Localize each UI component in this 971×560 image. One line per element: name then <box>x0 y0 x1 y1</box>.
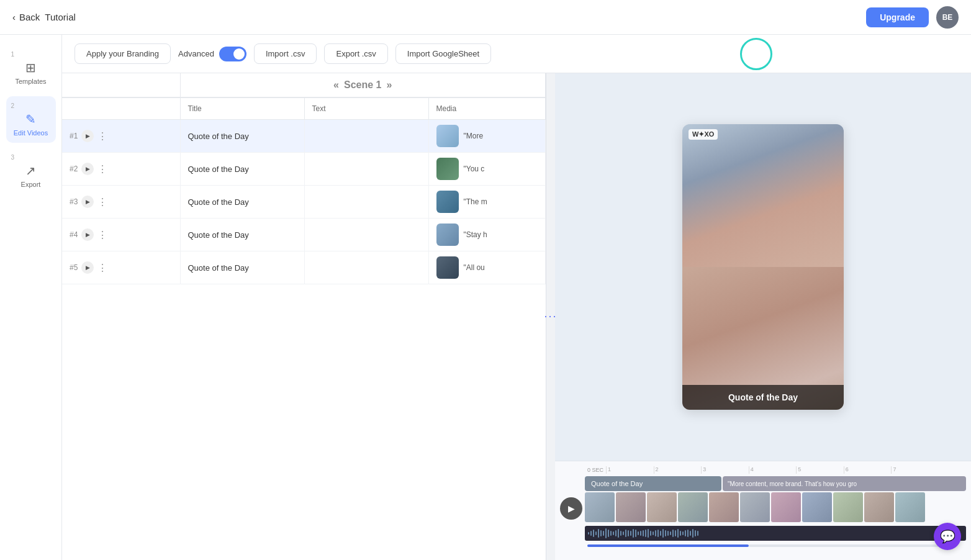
edit-videos-icon: ✎ <box>25 112 36 127</box>
filmstrip-frame <box>647 492 677 522</box>
row-title-cell: Quote of the Day <box>180 186 304 219</box>
cursor-ring-indicator <box>740 38 772 70</box>
clip-title: Quote of the Day <box>585 476 721 491</box>
video-caption: Quote of the Day <box>682 385 844 410</box>
waveform-bar <box>628 530 629 536</box>
filmstrip-frame <box>802 492 832 522</box>
ruler-tick: 5 <box>796 466 844 474</box>
row-play-button[interactable]: ▶ <box>81 228 94 241</box>
row-text-cell <box>304 120 428 153</box>
row-play-button[interactable]: ▶ <box>81 163 94 175</box>
row-play-button[interactable]: ▶ <box>81 196 94 208</box>
sidebar-item-templates[interactable]: 1 ⊞ Templates <box>6 45 56 91</box>
table-row[interactable]: #2 ▶ ⋮ Quote of the Day "You c <box>62 153 546 186</box>
filmstrip-frame <box>585 492 615 522</box>
row-media-cell: "Stay h <box>428 219 546 251</box>
waveform-bar <box>682 531 684 535</box>
ruler-tick: 1 <box>606 466 654 474</box>
clip-text: "More content, more brand. That's how yo… <box>723 476 966 491</box>
ruler-tick: 4 <box>749 466 797 474</box>
sidebar-item-export[interactable]: 3 ↗ Export <box>6 148 56 194</box>
row-play-button[interactable]: ▶ <box>81 130 94 142</box>
sidebar-item-label-templates: Templates <box>15 78 46 85</box>
filmstrip-frame <box>740 492 770 522</box>
back-label: Back <box>19 12 40 22</box>
th-title: Title <box>180 97 304 120</box>
waveform-bar <box>660 531 661 536</box>
row-play-button[interactable]: ▶ <box>81 261 94 274</box>
row-menu-button[interactable]: ⋮ <box>97 130 107 142</box>
ruler-start-label: 0 SEC <box>587 467 603 473</box>
media-thumbnail[interactable] <box>436 224 459 246</box>
table-row[interactable]: #1 ▶ ⋮ Quote of the Day "More <box>62 120 546 153</box>
th-media: Media <box>428 97 546 120</box>
filmstrip-frame <box>678 492 708 522</box>
upgrade-button[interactable]: Upgrade <box>866 7 929 27</box>
waveform-bar <box>675 530 676 536</box>
ruler-tick: 2 <box>654 466 702 474</box>
back-button[interactable]: ‹ Back <box>12 12 40 22</box>
ruler-ticks: 1234567 <box>606 466 939 474</box>
filmstrip-frame <box>895 492 925 522</box>
waveform-bar <box>657 530 659 537</box>
table-row[interactable]: #4 ▶ ⋮ Quote of the Day "Stay h <box>62 219 546 251</box>
waveform-bar <box>635 530 636 537</box>
filmstrip-frame <box>771 492 801 522</box>
row-number: #2 <box>70 165 78 173</box>
quote-preview: "You c <box>464 165 485 173</box>
import-googlesheet-button[interactable]: Import GoogleSheet <box>395 43 491 64</box>
export-icon: ↗ <box>25 163 36 178</box>
media-thumbnail[interactable] <box>436 191 459 213</box>
waveform-bar <box>633 529 634 538</box>
waveform-bar <box>665 530 666 536</box>
waveform-bar <box>610 531 612 536</box>
row-title-cell: Quote of the Day <box>180 120 304 153</box>
waveform-bar <box>687 530 689 537</box>
waveform-bar <box>623 531 624 535</box>
waveform-bar <box>655 530 656 536</box>
split-pane: « Scene 1 » Title Text Media <box>62 73 971 560</box>
waveform-bar <box>638 531 639 535</box>
advanced-toggle[interactable] <box>219 47 246 61</box>
scene-prev-icon[interactable]: « <box>333 79 339 91</box>
table-row[interactable]: #5 ▶ ⋮ Quote of the Day "All ou <box>62 251 546 284</box>
waveform-bar <box>603 531 604 536</box>
timeline-track: ▶ Quote of the Day "More content, more b… <box>555 476 971 543</box>
row-number: #5 <box>70 263 78 272</box>
timeline-rest <box>749 544 939 547</box>
export-csv-button[interactable]: Export .csv <box>324 43 387 64</box>
th-text: Text <box>304 97 428 120</box>
sidebar-item-edit-videos[interactable]: 2 ✎ Edit Videos <box>6 96 56 143</box>
templates-icon: ⊞ <box>25 60 36 75</box>
row-num-cell: #5 ▶ ⋮ <box>70 261 173 274</box>
video-frame-inner: W✦XO Quote of the Day <box>682 124 844 410</box>
waveform-bar <box>598 529 599 538</box>
ruler-tick: 7 <box>891 466 939 474</box>
row-menu-button[interactable]: ⋮ <box>97 196 107 208</box>
media-thumbnail[interactable] <box>436 256 459 279</box>
apply-branding-button[interactable]: Apply your Branding <box>75 43 171 64</box>
row-text-cell <box>304 251 428 284</box>
timeline-blue-bar <box>587 544 749 547</box>
chat-widget-button[interactable]: 💬 <box>934 523 961 550</box>
row-number: #1 <box>70 132 78 140</box>
step-num-3: 3 <box>11 154 15 161</box>
table-row[interactable]: #3 ▶ ⋮ Quote of the Day "The m <box>62 186 546 219</box>
media-thumbnail[interactable] <box>436 125 459 147</box>
waveform-bar <box>593 530 594 537</box>
resize-handle[interactable]: ⋮ <box>546 73 555 560</box>
import-csv-button[interactable]: Import .csv <box>254 43 317 64</box>
scene-next-icon[interactable]: » <box>386 79 392 91</box>
sidebar-item-label-edit: Edit Videos <box>14 129 48 137</box>
row-menu-button[interactable]: ⋮ <box>97 163 107 175</box>
row-title-cell: Quote of the Day <box>180 251 304 284</box>
table-body: #1 ▶ ⋮ Quote of the Day "More #2 ▶ ⋮ Quo… <box>62 120 546 284</box>
media-thumbnail[interactable] <box>436 158 459 180</box>
filmstrip-frame <box>833 492 863 522</box>
filmstrip-frame <box>864 492 894 522</box>
th-row-controls <box>62 97 180 120</box>
row-number: #3 <box>70 197 78 206</box>
row-menu-button[interactable]: ⋮ <box>97 229 107 241</box>
row-menu-button[interactable]: ⋮ <box>97 262 107 274</box>
timeline-play-button[interactable]: ▶ <box>560 497 582 520</box>
